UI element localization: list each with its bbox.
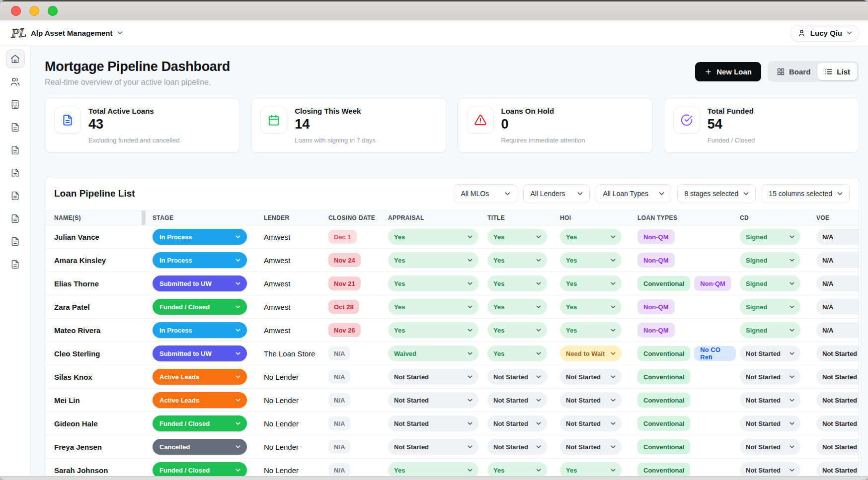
filter-all-lenders[interactable]: All Lenders (523, 184, 590, 203)
cd-dropdown[interactable]: Signed (740, 229, 800, 245)
appraisal-dropdown[interactable]: Yes (388, 252, 478, 268)
voe-dropdown[interactable]: Not Started (816, 415, 859, 431)
filter-8-stages-selected[interactable]: 8 stages selected (677, 184, 756, 203)
hoi-dropdown[interactable]: Not Started (560, 369, 622, 385)
title-dropdown[interactable]: Yes (487, 252, 547, 268)
title-dropdown[interactable]: Yes (487, 322, 547, 338)
stage-dropdown[interactable]: Submitted to UW (153, 345, 247, 361)
title-dropdown[interactable]: Not Started (487, 439, 547, 455)
voe-dropdown[interactable]: N/A (816, 275, 859, 291)
sidebar-item-document-7[interactable] (6, 209, 25, 228)
sidebar-item-home[interactable] (6, 49, 25, 68)
minimize-button[interactable] (29, 6, 39, 16)
hoi-dropdown[interactable]: Not Started (560, 439, 622, 455)
cd-dropdown[interactable]: Signed (740, 252, 800, 268)
sidebar-item-document-4[interactable] (6, 140, 25, 159)
zoom-button[interactable] (48, 6, 58, 16)
close-button[interactable] (11, 6, 21, 16)
title-dropdown[interactable]: Yes (487, 299, 547, 315)
user-menu-button[interactable]: Lucy Qiu (790, 25, 859, 42)
hoi-dropdown[interactable]: Yes (560, 322, 622, 338)
voe-dropdown[interactable]: N/A (816, 252, 859, 268)
table-row[interactable]: Julian VanceIn ProcessAmwestDec 1YesYesY… (45, 225, 859, 249)
filter-all-loan-types[interactable]: All Loan Types (596, 184, 671, 203)
stage-dropdown[interactable]: Funded / Closed (153, 415, 247, 431)
stage-dropdown[interactable]: Funded / Closed (153, 299, 247, 315)
table-row[interactable]: Mateo RiveraIn ProcessAmwestNov 26YesYes… (45, 319, 859, 342)
hoi-dropdown[interactable]: Need to Wait (560, 345, 622, 361)
title-dropdown[interactable]: Yes (487, 229, 547, 245)
column-resize-handle[interactable] (142, 210, 146, 225)
title-dropdown[interactable]: Not Started (487, 369, 547, 385)
hoi-dropdown[interactable]: Not Started (560, 415, 622, 431)
table-row[interactable]: Silas KnoxActive LeadsNo LenderN/ANot St… (45, 365, 859, 389)
cd-dropdown[interactable]: Signed (740, 322, 800, 338)
view-toggle-list[interactable]: List (817, 63, 857, 80)
stage-dropdown[interactable]: Funded / Closed (153, 462, 247, 476)
voe-dropdown[interactable]: Not Started (816, 462, 859, 476)
appraisal-dropdown[interactable]: Not Started (388, 369, 478, 385)
column-header-title[interactable]: TITLE (487, 214, 505, 221)
stage-dropdown[interactable]: Submitted to UW (153, 275, 247, 291)
hoi-dropdown[interactable]: Not Started (560, 392, 622, 408)
appraisal-dropdown[interactable]: Not Started (388, 392, 478, 408)
table-row[interactable]: Mei LinActive LeadsNo LenderN/ANot Start… (45, 389, 859, 412)
appraisal-dropdown[interactable]: Yes (388, 229, 478, 245)
title-dropdown[interactable]: Yes (487, 462, 547, 476)
appraisal-dropdown[interactable]: Yes (388, 322, 478, 338)
column-header-loan_types[interactable]: LOAN TYPES (637, 214, 677, 221)
table-row[interactable]: Zara PatelFunded / ClosedAmwestOct 28Yes… (45, 295, 859, 319)
cd-dropdown[interactable]: Not Started (740, 415, 800, 431)
stage-dropdown[interactable]: In Process (153, 322, 247, 338)
column-header-appraisal[interactable]: APPRAISAL (388, 214, 424, 221)
cd-dropdown[interactable]: Not Started (740, 462, 800, 476)
hoi-dropdown[interactable]: Yes (560, 462, 622, 476)
new-loan-button[interactable]: New Loan (695, 62, 761, 81)
sidebar-item-document-8[interactable] (6, 232, 25, 251)
table-row[interactable]: Sarah JohnsonFunded / ClosedNo LenderN/A… (45, 459, 859, 476)
stage-dropdown[interactable]: Cancelled (153, 439, 247, 455)
title-dropdown[interactable]: Yes (487, 345, 547, 361)
column-header-hoi[interactable]: HOI (560, 214, 571, 221)
hoi-dropdown[interactable]: Yes (560, 229, 622, 245)
voe-dropdown[interactable]: N/A (816, 229, 859, 245)
stage-dropdown[interactable]: In Process (153, 229, 247, 245)
table-row[interactable]: Elias ThorneSubmitted to UWAmwestNov 21Y… (45, 272, 859, 295)
workspace-switcher[interactable]: PL Alp Asset Management (9, 25, 123, 41)
table-row[interactable]: Freya JensenCancelledNo LenderN/ANot Sta… (45, 435, 859, 459)
voe-dropdown[interactable]: Not Started (816, 345, 859, 361)
sidebar-item-document-5[interactable] (6, 163, 25, 182)
sidebar-item-document-3[interactable] (6, 118, 25, 137)
sidebar-item-document-9[interactable] (6, 255, 25, 274)
voe-dropdown[interactable]: Not Started (816, 392, 859, 408)
title-dropdown[interactable]: Not Started (487, 392, 547, 408)
column-header-voe[interactable]: VOE (816, 214, 829, 221)
title-dropdown[interactable]: Yes (487, 275, 547, 291)
hoi-dropdown[interactable]: Yes (560, 299, 622, 315)
appraisal-dropdown[interactable]: Yes (388, 299, 478, 315)
cd-dropdown[interactable]: Not Started (740, 392, 800, 408)
sidebar-item-building[interactable] (6, 95, 25, 114)
column-header-closing[interactable]: CLOSING DATE (328, 214, 375, 221)
voe-dropdown[interactable]: Not Started (816, 439, 859, 455)
view-toggle-board[interactable]: Board (770, 63, 817, 80)
hoi-dropdown[interactable]: Yes (560, 275, 622, 291)
stage-dropdown[interactable]: Active Leads (153, 392, 247, 408)
cd-dropdown[interactable]: Not Started (740, 369, 800, 385)
appraisal-dropdown[interactable]: Not Started (388, 415, 478, 431)
column-header-name[interactable]: NAME(S) (54, 214, 81, 221)
stage-dropdown[interactable]: Active Leads (153, 369, 247, 385)
cd-dropdown[interactable]: Signed (740, 299, 800, 315)
appraisal-dropdown[interactable]: Waived (388, 345, 478, 361)
stage-dropdown[interactable]: In Process (153, 252, 247, 268)
sidebar-item-users[interactable] (6, 72, 25, 91)
voe-dropdown[interactable]: N/A (816, 322, 859, 338)
appraisal-dropdown[interactable]: Yes (388, 275, 478, 291)
table-row[interactable]: Amara KinsleyIn ProcessAmwestNov 24YesYe… (45, 249, 859, 272)
filter-all-mlos[interactable]: All MLOs (454, 184, 517, 203)
title-dropdown[interactable]: Not Started (487, 415, 547, 431)
appraisal-dropdown[interactable]: Yes (388, 462, 478, 476)
table-row[interactable]: Cleo SterlingSubmitted to UWThe Loan Sto… (45, 342, 859, 365)
cd-dropdown[interactable]: Not Started (740, 439, 800, 455)
voe-dropdown[interactable]: N/A (816, 299, 859, 315)
